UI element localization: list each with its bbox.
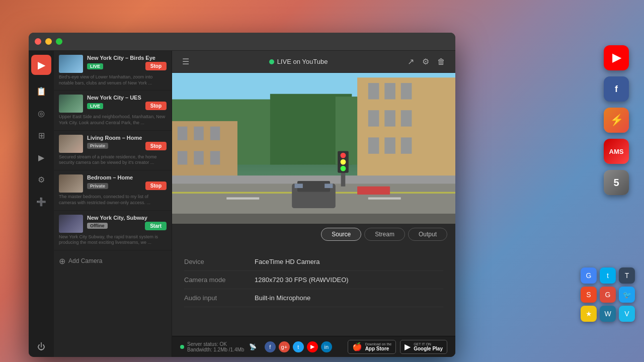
settings-icon: ⚙ bbox=[38, 175, 45, 185]
device-label: Device bbox=[184, 258, 255, 265]
camera-desc: The master bedroom, connected to my list… bbox=[59, 194, 167, 206]
float-row-3: ★ W V bbox=[581, 306, 635, 322]
video-icon: ▶ bbox=[38, 153, 44, 162]
float-row-2: S G 🐦 bbox=[581, 287, 635, 303]
sidebar-item-power[interactable]: ⏻ bbox=[31, 337, 51, 357]
float-g-icon[interactable]: G bbox=[581, 267, 597, 284]
social-twitter[interactable]: t bbox=[293, 341, 304, 352]
float-wordpress-icon[interactable]: W bbox=[600, 306, 616, 322]
status-badge: Private bbox=[87, 143, 108, 149]
camera-item-bedroom[interactable]: Bedroom – Home Private Stop The master b… bbox=[54, 170, 172, 210]
float-vimeo-icon[interactable]: V bbox=[619, 306, 635, 322]
camera-item-nyc-birds-eye[interactable]: New York City – Birds Eye LIVE Stop Bird… bbox=[54, 51, 172, 90]
sidebar-item-add[interactable]: ➕ bbox=[31, 192, 51, 212]
live-indicator: LIVE on YouTube bbox=[197, 58, 399, 65]
apple-app-store-badge[interactable]: 🍎 Download on the App Store bbox=[348, 340, 396, 354]
live-text: LIVE on YouTube bbox=[277, 58, 328, 65]
tab-source[interactable]: Source bbox=[321, 228, 361, 241]
tab-output[interactable]: Output bbox=[408, 228, 447, 241]
camera-desc: Bird's-eye view of Lower Manhattan, zoom… bbox=[59, 74, 167, 86]
camera-name: Bedroom – Home bbox=[87, 174, 167, 180]
svg-rect-11 bbox=[401, 110, 412, 126]
camera-item-living-room[interactable]: Living Room – Home Private Stop Secured … bbox=[54, 131, 172, 170]
float-youtube-icon[interactable]: ▶ bbox=[604, 45, 629, 70]
camera-desc: New York City Subway, the rapid transit … bbox=[59, 234, 167, 246]
google-play-icon: ▶ bbox=[405, 342, 411, 351]
location-icon: ◎ bbox=[38, 109, 45, 118]
delete-button[interactable]: 🗑 bbox=[435, 55, 447, 68]
settings-button[interactable]: ⚙ bbox=[420, 55, 431, 68]
title-bar bbox=[29, 33, 455, 51]
maximize-button[interactable] bbox=[56, 38, 62, 45]
minimize-button[interactable] bbox=[45, 38, 52, 45]
camera-info-nyc1: New York City – Birds Eye LIVE Stop bbox=[87, 55, 167, 72]
float-s5-icon[interactable]: 5 bbox=[604, 170, 629, 195]
sidebar-item-location[interactable]: ◎ bbox=[31, 103, 51, 123]
youtube-icon: ▶ bbox=[612, 51, 621, 64]
apple-icon: 🍎 bbox=[352, 342, 362, 351]
camera-info-subway: New York City, Subway Offline Start bbox=[87, 215, 167, 232]
right-panel: ☰ LIVE on YouTube ↗ ⚙ 🗑 bbox=[172, 51, 455, 357]
add-camera-icon: ⊕ bbox=[59, 256, 65, 266]
stop-button-living[interactable]: Stop bbox=[145, 142, 167, 150]
sidebar-item-grid[interactable]: ⊞ bbox=[31, 125, 51, 145]
google-play-badge[interactable]: ▶ GET IT ON Google Play bbox=[400, 340, 447, 354]
menu-icon[interactable]: ☰ bbox=[180, 55, 191, 68]
server-status: Server status: OK Bandwidth: 1.2Mb /1.4M… bbox=[180, 341, 257, 352]
float-t-icon[interactable]: t bbox=[600, 267, 616, 284]
sidebar-item-settings[interactable]: ⚙ bbox=[31, 169, 51, 190]
float-twitter-icon[interactable]: 🐦 bbox=[619, 287, 635, 303]
live-dot bbox=[269, 59, 274, 64]
stop-button-nyc2[interactable]: Stop bbox=[145, 102, 167, 110]
social-youtube[interactable]: ▶ bbox=[307, 341, 318, 352]
add-camera-label: Add Camera bbox=[68, 257, 102, 264]
social-facebook[interactable]: f bbox=[265, 341, 276, 352]
float-yellow-icon[interactable]: ★ bbox=[581, 306, 597, 322]
top-bar: ☰ LIVE on YouTube ↗ ⚙ 🗑 bbox=[172, 51, 455, 73]
svg-rect-38 bbox=[172, 214, 455, 224]
float-gplus-icon[interactable]: G bbox=[600, 287, 616, 303]
top-actions: ↗ ⚙ 🗑 bbox=[406, 55, 447, 68]
float-ams-icon[interactable]: AMS bbox=[604, 139, 629, 164]
sidebar-item-video[interactable]: ▶ bbox=[31, 147, 51, 167]
social-linkedin[interactable]: in bbox=[321, 341, 332, 352]
float-bolt-icon[interactable]: ⚡ bbox=[604, 108, 629, 133]
audio-input-value: Built-in Microphone bbox=[255, 294, 310, 302]
ams-icon: AMS bbox=[609, 148, 624, 155]
social-google-plus[interactable]: g+ bbox=[279, 341, 290, 352]
start-button-subway[interactable]: Start bbox=[145, 222, 167, 230]
trash-icon: 🗑 bbox=[437, 57, 445, 66]
status-badge: LIVE bbox=[87, 103, 103, 109]
bandwidth-text: Bandwidth: 1.2Mb /1.4Mb bbox=[187, 347, 244, 352]
audio-input-label: Audio input bbox=[184, 294, 255, 302]
svg-rect-30 bbox=[295, 184, 303, 188]
camera-name: New York City – UES bbox=[87, 95, 167, 101]
footer: Server status: OK Bandwidth: 1.2Mb /1.4M… bbox=[172, 336, 455, 357]
float-stumble-icon[interactable]: S bbox=[581, 287, 597, 303]
camera-item-nyc-ues[interactable]: New York City – UES LIVE Stop Upper East… bbox=[54, 90, 172, 130]
share-button[interactable]: ↗ bbox=[406, 55, 416, 68]
server-status-dot bbox=[180, 345, 184, 349]
status-badge: Private bbox=[87, 183, 108, 189]
add-camera-button[interactable]: ⊕ Add Camera bbox=[54, 250, 172, 272]
close-button[interactable] bbox=[35, 38, 41, 45]
svg-rect-20 bbox=[194, 151, 203, 164]
stop-button-nyc1[interactable]: Stop bbox=[145, 62, 167, 70]
float-facebook-icon[interactable]: f bbox=[604, 76, 629, 102]
main-content: ▶ 📋 ◎ ⊞ ▶ ⚙ ➕ ⏻ bbox=[29, 51, 455, 357]
svg-rect-24 bbox=[226, 197, 259, 199]
float-icons-bottom: G t T S G 🐦 ★ W V bbox=[581, 267, 635, 322]
gear-icon: ⚙ bbox=[422, 57, 429, 66]
sidebar-logo[interactable]: ▶ bbox=[31, 55, 51, 75]
floating-icons: ▶ f ⚡ AMS 5 bbox=[604, 45, 629, 195]
tab-stream[interactable]: Stream bbox=[364, 228, 405, 241]
stop-button-bedroom[interactable]: Stop bbox=[145, 182, 167, 190]
camera-thumb-subway bbox=[59, 215, 83, 233]
sidebar-item-book[interactable]: 📋 bbox=[31, 81, 51, 101]
source-info: Device FaceTime HD Camera Camera mode 12… bbox=[172, 245, 455, 336]
camera-item-subway[interactable]: New York City, Subway Offline Start New … bbox=[54, 211, 172, 250]
svg-rect-18 bbox=[210, 127, 220, 140]
camera-thumb-nyc1 bbox=[59, 55, 83, 73]
status-badge: Offline bbox=[87, 223, 108, 229]
float-tumblr-icon[interactable]: T bbox=[619, 267, 635, 284]
